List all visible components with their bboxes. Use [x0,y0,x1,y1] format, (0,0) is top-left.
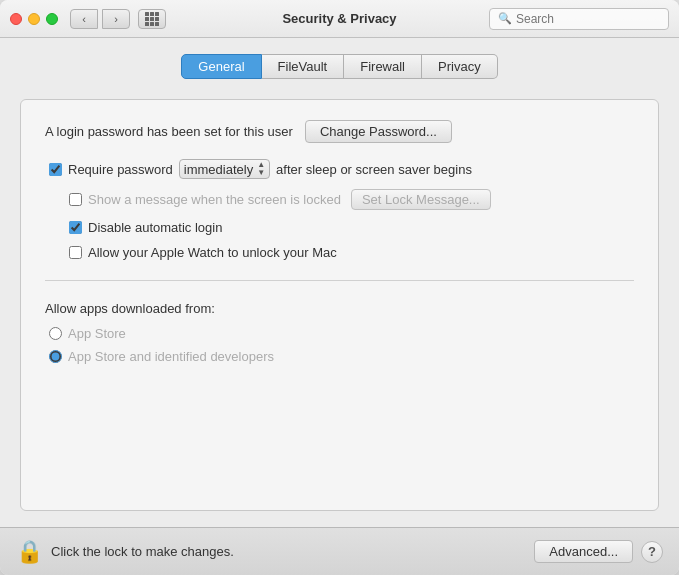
show-message-checkbox[interactable] [69,193,82,206]
forward-button[interactable]: › [102,9,130,29]
tab-filevault[interactable]: FileVault [262,54,345,79]
titlebar: ‹ › Security & Privacy 🔍 [0,0,679,38]
nav-buttons: ‹ › [70,9,130,29]
login-label: A login password has been set for this u… [45,124,293,139]
allow-apps-section: Allow apps downloaded from: App Store Ap… [45,301,634,364]
dropdown-value: immediately [184,162,253,177]
content-area: General FileVault Firewall Privacy A log… [0,38,679,527]
app-store-identified-label: App Store and identified developers [68,349,274,364]
app-store-radio[interactable] [49,327,62,340]
search-input[interactable] [516,12,660,26]
maximize-button[interactable] [46,13,58,25]
apple-watch-label: Allow your Apple Watch to unlock your Ma… [88,245,337,260]
app-store-identified-radio[interactable] [49,350,62,363]
tab-bar: General FileVault Firewall Privacy [20,54,659,79]
apple-watch-row: Allow your Apple Watch to unlock your Ma… [45,245,634,260]
app-store-identified-row: App Store and identified developers [45,349,634,364]
stepper-arrows: ▲ ▼ [257,161,265,177]
require-password-checkbox[interactable] [49,163,62,176]
minimize-button[interactable] [28,13,40,25]
search-box[interactable]: 🔍 [489,8,669,30]
immediately-dropdown[interactable]: immediately ▲ ▼ [179,159,270,179]
set-lock-message-button[interactable]: Set Lock Message... [351,189,491,210]
help-button[interactable]: ? [641,541,663,563]
divider [45,280,634,281]
tab-firewall[interactable]: Firewall [344,54,422,79]
window-title: Security & Privacy [282,11,396,26]
disable-auto-login-label: Disable automatic login [88,220,222,235]
back-button[interactable]: ‹ [70,9,98,29]
grid-view-button[interactable] [138,9,166,29]
disable-auto-login-row: Disable automatic login [45,220,634,235]
arrow-down-icon: ▼ [257,169,265,177]
login-row: A login password has been set for this u… [45,120,634,143]
show-message-row: Show a message when the screen is locked… [45,189,634,210]
tab-privacy[interactable]: Privacy [422,54,498,79]
traffic-lights [10,13,58,25]
app-store-only-row: App Store [45,326,634,341]
window: ‹ › Security & Privacy 🔍 General FileVau… [0,0,679,575]
require-password-row: Require password immediately ▲ ▼ after s… [45,159,634,179]
apple-watch-checkbox[interactable] [69,246,82,259]
grid-icon [145,12,159,26]
bottom-bar: 🔒 Click the lock to make changes. Advanc… [0,527,679,575]
disable-auto-login-checkbox[interactable] [69,221,82,234]
show-message-label: Show a message when the screen is locked [88,192,341,207]
search-icon: 🔍 [498,12,512,25]
require-password-label-after: after sleep or screen saver begins [276,162,472,177]
allow-apps-label: Allow apps downloaded from: [45,301,634,316]
lock-icon: 🔒 [16,539,43,565]
change-password-button[interactable]: Change Password... [305,120,452,143]
app-store-label: App Store [68,326,126,341]
lock-label: Click the lock to make changes. [51,544,534,559]
tab-general[interactable]: General [181,54,261,79]
require-password-label-before: Require password [68,162,173,177]
settings-panel: A login password has been set for this u… [20,99,659,511]
advanced-button[interactable]: Advanced... [534,540,633,563]
close-button[interactable] [10,13,22,25]
